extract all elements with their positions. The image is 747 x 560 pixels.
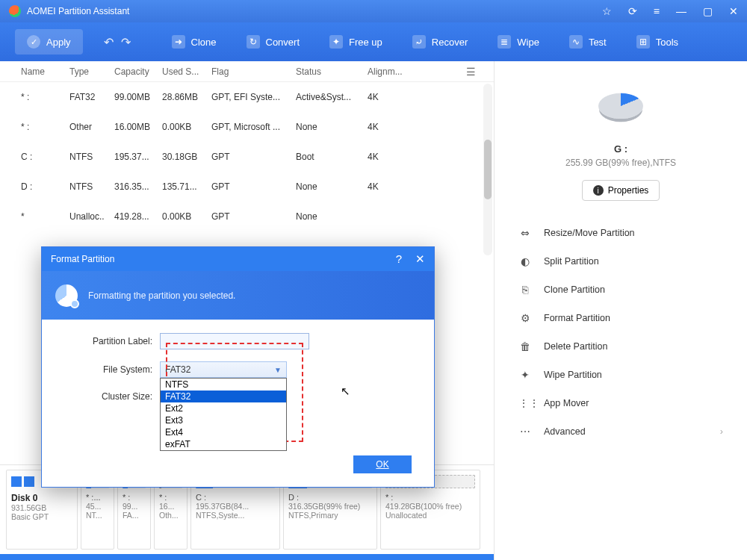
drive-name: G :	[614, 143, 627, 155]
operation-item[interactable]: 🗑Delete Partition	[502, 332, 740, 361]
cluster-size-label: Cluster Size:	[63, 391, 160, 402]
col-capacity[interactable]: Capacity	[114, 66, 162, 77]
op-icon: 🗑	[518, 340, 532, 352]
dialog-help-icon[interactable]: ?	[396, 252, 402, 266]
app-title: AOMEI Partition Assistant	[27, 6, 602, 16]
minimize-icon[interactable]: —	[676, 5, 686, 17]
convert-icon: ↻	[247, 35, 260, 49]
freeup-icon: ✦	[329, 35, 343, 49]
file-system-dropdown: NTFSFAT32Ext2Ext3Ext4exFAT	[160, 378, 287, 451]
tool-wipe[interactable]: ≣Wipe	[486, 35, 551, 49]
tool-recover[interactable]: ⤾Recover	[401, 35, 479, 49]
tool-test[interactable]: ∿Test	[558, 35, 618, 49]
fs-option[interactable]: FAT32	[161, 391, 286, 402]
operation-item[interactable]: ✦Wipe Partition	[502, 361, 740, 389]
op-icon: ⇔	[518, 227, 532, 239]
table-row[interactable]: D :NTFS316.35...135.71...GPTNone4K	[21, 172, 494, 202]
op-icon: ⎘	[518, 284, 532, 296]
tool-clone[interactable]: ➜Clone	[161, 35, 228, 49]
drive-sub: 255.99 GB(99% free),NTFS	[565, 158, 676, 168]
file-system-select[interactable]: FAT32 ▼	[160, 361, 287, 378]
checkmark-icon: ✓	[27, 35, 40, 49]
col-align[interactable]: Alignm...	[368, 66, 412, 77]
op-icon: ⋯	[518, 426, 532, 438]
op-icon: ◐	[518, 255, 532, 267]
toolbar: ✓ Apply ↶ ↷ ➜Clone ↻Convert ✦Free up ⤾Re…	[0, 22, 747, 61]
fs-option[interactable]: Ext2	[161, 402, 286, 414]
op-label: Clone Partition	[544, 284, 605, 295]
properties-button[interactable]: i Properties	[582, 180, 660, 201]
menu-bars-icon[interactable]: ≡	[654, 5, 660, 17]
operation-item[interactable]: ⚙Format Partition	[502, 304, 740, 332]
close-icon[interactable]: ✕	[729, 5, 738, 17]
vertical-scrollbar[interactable]	[483, 84, 492, 255]
operation-item[interactable]: ⋯Advanced›	[502, 417, 740, 446]
footer-bar	[0, 554, 494, 560]
apply-button[interactable]: ✓ Apply	[15, 29, 83, 55]
col-used[interactable]: Used S...	[162, 66, 211, 77]
tools-icon: ⊞	[636, 35, 650, 49]
table-row[interactable]: C :NTFS195.37...30.18GBGPTBoot4K	[21, 142, 494, 172]
apply-label: Apply	[46, 37, 71, 48]
op-icon: ✦	[518, 369, 532, 381]
fs-option[interactable]: Ext4	[161, 426, 286, 438]
op-label: Format Partition	[544, 313, 610, 323]
recover-icon: ⤾	[412, 35, 426, 49]
wipe-icon: ≣	[498, 35, 511, 49]
op-label: Delete Partition	[544, 341, 607, 352]
op-label: Advanced	[544, 426, 586, 437]
app-logo-icon	[9, 5, 21, 17]
op-label: Resize/Move Partition	[544, 228, 635, 238]
table-header: Name Type Capacity Used S... Flag Status…	[0, 61, 494, 82]
operation-item[interactable]: ⋮⋮App Mover	[502, 389, 740, 417]
format-icon	[55, 284, 78, 307]
chevron-right-icon: ›	[720, 426, 723, 437]
test-icon: ∿	[569, 35, 583, 49]
dialog-subtitle: Formatting the partition you selected.	[88, 290, 235, 301]
fs-option[interactable]: NTFS	[161, 379, 286, 391]
fs-option[interactable]: Ext3	[161, 414, 286, 426]
op-icon: ⋮⋮	[518, 397, 532, 409]
info-icon: i	[593, 185, 604, 196]
disk-name: Disk 0	[11, 493, 72, 503]
partition-label-input[interactable]	[160, 333, 309, 349]
col-status[interactable]: Status	[296, 66, 368, 77]
ok-button[interactable]: OK	[353, 455, 412, 473]
op-label: App Mover	[544, 398, 589, 408]
dialog-title: Format Partition	[51, 254, 114, 264]
op-label: Split Partition	[544, 256, 599, 267]
format-partition-dialog: Format Partition ? ✕ Formatting the part…	[41, 246, 435, 488]
scroll-thumb[interactable]	[484, 140, 492, 199]
maximize-icon[interactable]: ▢	[703, 5, 713, 17]
titlebar: AOMEI Partition Assistant ☆ ⟳ ≡ — ▢ ✕	[0, 0, 747, 22]
table-row[interactable]: *Unalloc..419.28...0.00KBGPTNone	[21, 202, 494, 231]
usage-pie-icon	[598, 93, 643, 119]
col-flag[interactable]: Flag	[211, 66, 296, 77]
col-name[interactable]: Name	[21, 66, 69, 77]
dialog-titlebar[interactable]: Format Partition ? ✕	[42, 247, 434, 271]
dialog-close-icon[interactable]: ✕	[415, 252, 425, 266]
tool-convert[interactable]: ↻Convert	[235, 35, 311, 49]
refresh-icon[interactable]: ⟳	[628, 5, 637, 17]
op-label: Wipe Partition	[544, 370, 602, 380]
file-system-label: File System:	[63, 364, 160, 375]
column-menu-icon[interactable]: ☰	[466, 66, 476, 78]
dialog-subtitle-bar: Formatting the partition you selected.	[42, 271, 434, 320]
redo-icon[interactable]: ↷	[121, 35, 131, 49]
side-panel: G : 255.99 GB(99% free),NTFS i Propertie…	[495, 61, 747, 560]
partition-label-label: Partition Label:	[63, 336, 160, 346]
fs-option[interactable]: exFAT	[161, 438, 286, 450]
tool-tools[interactable]: ⊞Tools	[625, 35, 689, 49]
table-row[interactable]: * :Other16.00MB0.00KBGPT, Microsoft ...N…	[21, 112, 494, 142]
operation-item[interactable]: ⎘Clone Partition	[502, 276, 740, 304]
undo-icon[interactable]: ↶	[104, 35, 114, 49]
op-icon: ⚙	[518, 312, 532, 324]
table-row[interactable]: * :FAT3299.00MB28.86MBGPT, EFI Syste...A…	[21, 82, 494, 112]
operation-item[interactable]: ◐Split Partition	[502, 247, 740, 276]
col-type[interactable]: Type	[69, 66, 114, 77]
chevron-down-icon: ▼	[274, 366, 282, 374]
star-icon[interactable]: ☆	[602, 5, 612, 17]
operation-item[interactable]: ⇔Resize/Move Partition	[502, 219, 740, 247]
clone-icon: ➜	[172, 35, 185, 49]
tool-freeup[interactable]: ✦Free up	[318, 35, 394, 49]
